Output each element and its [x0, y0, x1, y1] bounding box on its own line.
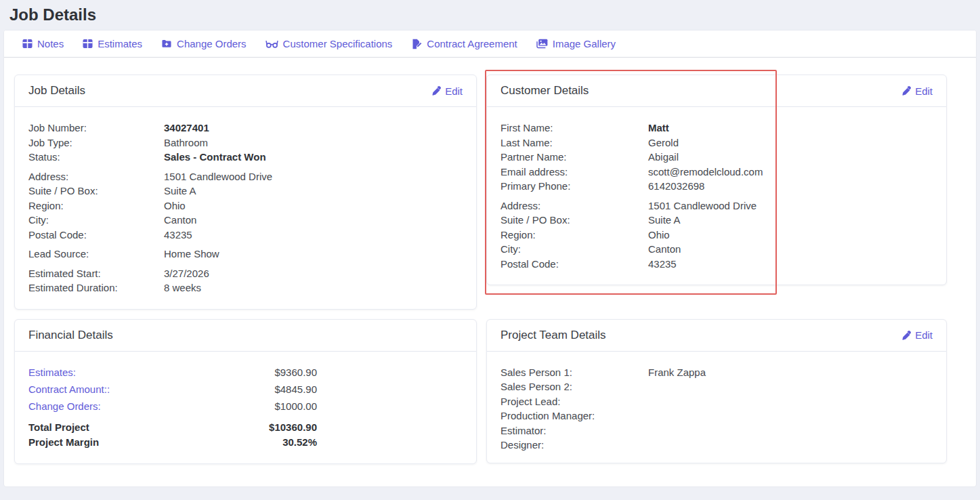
field-value: 1501 Candlewood Drive	[648, 199, 757, 213]
field-row: Production Manager:	[500, 409, 933, 423]
tab-image-gallery[interactable]: Image Gallery	[536, 38, 616, 49]
folder-plus-icon	[161, 39, 172, 49]
pencil-icon	[901, 86, 911, 96]
field-row: Estimated Start:3/27/2026	[28, 266, 463, 281]
page-title: Job Details	[0, 0, 980, 30]
field-row: Address:1501 Candlewood Drive	[28, 169, 463, 184]
field-row: Sales Person 1:Frank Zappa	[500, 365, 933, 380]
field-value: Sales - Contract Won	[164, 150, 266, 165]
field-label: Address:	[28, 169, 164, 184]
total-value: $10360.90	[164, 420, 317, 435]
field-label: Partner Name:	[500, 150, 648, 165]
financial-details-card-header: Financial Details	[15, 320, 476, 352]
field-value: 6142032698	[648, 179, 704, 194]
tab-estimates[interactable]: Estimates	[83, 38, 142, 49]
field-value: Bathroom	[164, 136, 208, 150]
field-row: City:Canton	[500, 242, 933, 257]
contract-amount-link[interactable]: Contract Amount::	[28, 382, 164, 396]
table-cells-icon	[22, 39, 33, 49]
file-signature-icon	[411, 39, 422, 49]
field-row: Estimator:	[500, 423, 933, 438]
images-icon	[536, 39, 548, 49]
field-row: Job Number:34027401	[28, 121, 463, 136]
field-label: Job Number:	[28, 121, 164, 136]
tab-label: Image Gallery	[553, 38, 616, 49]
job-details-edit-button[interactable]: Edit	[431, 85, 463, 97]
pencil-icon	[431, 86, 441, 96]
field-label: Primary Phone:	[500, 179, 648, 194]
margin-value: 30.52%	[164, 435, 317, 450]
field-label: Postal Code:	[28, 228, 164, 243]
field-label: Project Lead:	[500, 394, 648, 409]
field-value: 3/27/2026	[164, 266, 209, 281]
customer-details-edit-button[interactable]: Edit	[901, 85, 933, 97]
field-row: Last Name:Gerold	[500, 136, 933, 150]
field-label: Estimated Duration:	[28, 280, 164, 295]
field-label: Estimator:	[500, 423, 648, 438]
field-value: Suite A	[648, 213, 681, 228]
field-label: Email address:	[500, 165, 648, 180]
tab-label: Estimates	[98, 38, 142, 49]
content-panel: Notes Estimates Change Orders Customer S…	[3, 30, 977, 487]
field-row: Suite / PO Box:Suite A	[500, 213, 933, 228]
customer-details-card-body: First Name:Matt Last Name:Gerold Partner…	[487, 107, 946, 285]
total-project-row: Total Project$10360.90	[28, 420, 463, 435]
field-label: City:	[28, 213, 164, 228]
field-value: Matt	[648, 121, 669, 136]
field-label: Lead Source:	[28, 247, 164, 262]
field-row: Partner Name:Abigail	[500, 150, 933, 165]
job-details-card-header: Job Details Edit	[15, 75, 476, 107]
project-team-edit-button[interactable]: Edit	[901, 329, 933, 341]
field-value: Canton	[164, 213, 196, 228]
field-label: Suite / PO Box:	[28, 184, 164, 199]
table-cells-icon	[83, 39, 93, 49]
financial-row: Estimates:$9360.90	[28, 365, 463, 379]
tab-label: Notes	[37, 38, 64, 49]
margin-label: Project Margin	[28, 435, 164, 450]
field-label: Region:	[500, 228, 648, 243]
financial-totals: Total Project$10360.90 Project Margin30.…	[28, 420, 463, 450]
glasses-icon	[265, 39, 278, 49]
edit-label: Edit	[915, 85, 933, 97]
field-label: Sales Person 2:	[500, 379, 648, 394]
field-value: 8 weeks	[164, 280, 201, 295]
financial-details-card: Financial Details Estimates:$9360.90 Con…	[14, 319, 477, 464]
tab-change-orders[interactable]: Change Orders	[161, 38, 247, 49]
field-value: Canton	[648, 242, 681, 257]
project-team-details-card-title: Project Team Details	[500, 329, 606, 342]
field-row: Status:Sales - Contract Won	[28, 150, 463, 165]
tab-notes[interactable]: Notes	[22, 38, 64, 49]
tab-label: Customer Specifications	[283, 38, 393, 49]
field-value: scott@remodelcloud.com	[648, 165, 763, 180]
field-label: Postal Code:	[500, 257, 648, 272]
financial-value: $4845.90	[164, 382, 317, 396]
field-value: Ohio	[648, 228, 670, 243]
financial-row: Change Orders:$1000.00	[28, 399, 463, 413]
field-row: Primary Phone:6142032698	[500, 179, 933, 194]
customer-details-card-header: Customer Details Edit	[487, 75, 946, 107]
tab-label: Change Orders	[177, 38, 247, 49]
field-value: Suite A	[164, 184, 196, 199]
financial-details-card-title: Financial Details	[28, 329, 113, 342]
field-value: 43235	[164, 228, 192, 243]
field-row: Postal Code:43235	[28, 228, 463, 243]
field-row: Region:Ohio	[28, 199, 463, 213]
field-label: Status:	[28, 150, 164, 165]
project-team-details-card-header: Project Team Details Edit	[487, 320, 946, 352]
field-label: Sales Person 1:	[500, 365, 648, 380]
field-value: 34027401	[164, 121, 209, 136]
tab-contract-agreement[interactable]: Contract Agreement	[411, 38, 517, 49]
financial-details-card-body: Estimates:$9360.90 Contract Amount::$484…	[15, 352, 476, 463]
change-orders-link[interactable]: Change Orders:	[28, 399, 164, 413]
tab-customer-specifications[interactable]: Customer Specifications	[265, 38, 393, 49]
project-team-details-card-body: Sales Person 1:Frank Zappa Sales Person …	[487, 352, 946, 463]
field-label: Job Type:	[28, 136, 164, 150]
cards-grid: Job Details Edit Job Number:34027401 Job…	[4, 58, 976, 464]
estimates-link[interactable]: Estimates:	[28, 365, 164, 379]
field-row: Address:1501 Candlewood Drive	[500, 199, 933, 213]
field-value: Gerold	[648, 136, 679, 150]
field-value: 43235	[648, 257, 677, 272]
field-label: Last Name:	[500, 136, 648, 150]
job-details-card-body: Job Number:34027401 Job Type:Bathroom St…	[15, 107, 476, 309]
financial-row: Contract Amount::$4845.90	[28, 382, 463, 396]
